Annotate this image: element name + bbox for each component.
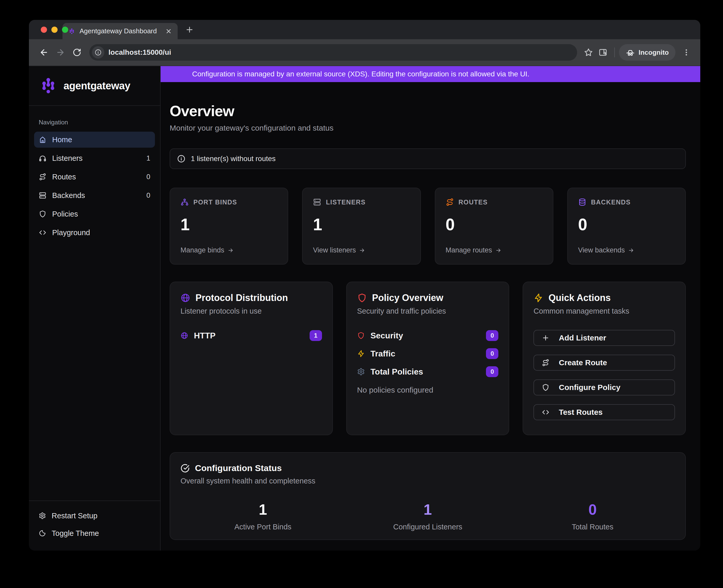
panel-title: Quick Actions [549,292,611,303]
create-route-button[interactable]: Create Route [534,355,675,371]
url-text: localhost:15000/ui [108,48,171,57]
sidebar-item-playground[interactable]: Playground [34,225,155,240]
metric-label: Active Port Binds [181,523,345,531]
protocol-count-badge: 1 [310,330,322,341]
sidebar-item-home[interactable]: Home [34,132,155,148]
policy-row-traffic: Traffic 0 [357,348,499,360]
server-icon [313,198,321,206]
home-icon [39,136,46,144]
action-label: Create Route [559,358,607,367]
bookmark-star-icon[interactable] [581,45,596,60]
tab-strip: Agentgateway Dashboard [29,20,700,39]
panel-title: Configuration Status [195,463,282,473]
stat-cards: PORT BINDS 1 Manage binds [170,188,686,265]
policy-count-badge: 0 [486,348,498,359]
incognito-label: Incognito [639,48,669,57]
stat-value: 1 [181,215,277,234]
policy-row-total: Total Policies 0 [357,365,499,378]
site-info-icon[interactable] [92,46,104,59]
action-label: Test Routes [559,408,602,417]
page-title: Overview [170,102,686,120]
route-icon [39,173,46,181]
reload-icon[interactable] [69,44,85,61]
check-circle-icon [181,464,190,473]
plus-icon [542,334,550,342]
code-icon [542,408,550,416]
metric-configured-listeners: 1 Configured Listeners [345,501,510,531]
new-tab-button[interactable] [182,22,197,37]
agentgateway-logo-icon [38,76,58,96]
sidebar-item-listeners[interactable]: Listeners 1 [34,150,155,166]
xds-banner: Configuration is managed by an external … [161,66,700,82]
view-listeners-link[interactable]: View listeners [313,246,410,254]
policy-label: Traffic [371,349,395,359]
panel-subtitle: Overall system health and completeness [181,477,675,485]
back-icon[interactable] [36,44,52,61]
window-controls [41,26,68,33]
quick-actions-panel: Quick Actions Common management tasks Ad… [523,281,686,435]
sidebar-item-backends[interactable]: Backends 0 [34,187,155,204]
browser-toolbar: localhost:15000/ui Incognito [29,39,700,66]
restart-setup-button[interactable]: Restart Setup [34,508,155,523]
route-icon [542,359,550,366]
panel-title: Policy Overview [372,292,443,303]
code-icon [39,229,46,236]
browser-menu-kebab-icon[interactable] [679,45,694,60]
arrow-right-icon [628,247,634,253]
policy-overview-panel: Policy Overview Security and traffic pol… [346,281,510,435]
url-bar[interactable]: localhost:15000/ui [89,44,577,61]
sidebar-item-count: 0 [146,191,150,200]
add-listener-button[interactable]: Add Listener [534,330,675,346]
stat-label: ROUTES [459,198,488,206]
page-subtitle: Monitor your gateway's configuration and… [170,124,686,132]
sidebar-footer: Restart Setup Toggle Theme [29,501,160,550]
tab-title: Agentgateway Dashboard [80,27,161,35]
brand-header: agentgateway [29,66,160,106]
arrow-right-icon [227,247,234,253]
sidebar-item-count: 1 [146,154,150,162]
main-content: Configuration is managed by an external … [161,66,700,550]
close-window-button[interactable] [41,26,47,33]
tab-close-icon[interactable] [165,28,172,35]
stat-value: 1 [313,215,410,234]
manage-binds-link[interactable]: Manage binds [181,246,277,254]
no-policies-text: No policies configured [357,386,499,394]
metric-total-routes: 0 Total Routes [510,501,675,531]
maximize-window-button[interactable] [62,26,68,33]
stat-label: BACKENDS [591,198,631,206]
shield-icon [542,383,550,391]
policy-count-badge: 0 [486,330,498,341]
tab-favicon-logo-icon [68,28,76,35]
view-backends-link[interactable]: View backends [578,246,675,254]
network-icon [181,198,189,206]
manage-routes-link[interactable]: Manage routes [446,246,542,254]
policy-label: Total Policies [371,367,423,377]
arrow-right-icon [359,247,365,253]
policy-row-security: Security 0 [357,329,499,342]
sidebar-item-policies[interactable]: Policies [34,206,155,222]
metric-active-port-binds: 1 Active Port Binds [181,501,345,531]
minimize-window-button[interactable] [51,26,58,33]
sidebar: agentgateway Navigation Home Listeners [29,66,161,550]
nav-section-label: Navigation [39,119,155,126]
sidebar-item-routes[interactable]: Routes 0 [34,169,155,185]
incognito-badge: Incognito [619,44,676,61]
shield-icon [357,293,367,303]
side-panel-search-icon[interactable] [596,45,610,60]
test-routes-button[interactable]: Test Routes [534,404,675,420]
metric-value: 1 [345,501,510,518]
page-body: Overview Monitor your gateway's configur… [161,82,700,550]
panel-subtitle: Listener protocols in use [181,307,322,315]
arrow-right-icon [495,247,501,253]
lightning-icon [357,350,365,357]
forward-icon[interactable] [52,44,69,61]
panel-title: Protocol Distribution [195,292,288,303]
stat-card-backends: BACKENDS 0 View backends [567,188,686,265]
moon-icon [39,530,46,537]
panel-subtitle: Common management tasks [534,307,675,315]
incognito-icon [626,48,635,57]
browser-tab[interactable]: Agentgateway Dashboard [62,23,178,39]
toggle-theme-button[interactable]: Toggle Theme [34,526,155,541]
configure-policy-button[interactable]: Configure Policy [534,379,675,395]
stat-label: LISTENERS [326,198,366,206]
